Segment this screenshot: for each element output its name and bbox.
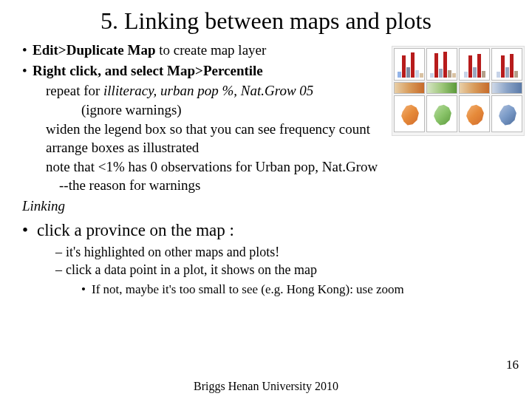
sub-reason-warnings: --the reason for warnings — [59, 176, 517, 195]
bullet-click-province: click a province on the map : — [22, 219, 517, 242]
thumb-map-4 — [491, 95, 522, 132]
text-create-layer: to create map layer — [156, 42, 267, 58]
thumb-legend-2 — [426, 82, 457, 94]
text-repeat-for: repeat for — [46, 83, 103, 98]
thumbnail-arrangement — [392, 46, 525, 136]
thumb-map-1 — [394, 95, 425, 132]
thumb-chart-2 — [426, 48, 457, 81]
bold-edit-duplicate: Edit>Duplicate Map — [33, 42, 156, 58]
bold-map-percentile: Right click, and select Map>Percentile — [33, 63, 263, 78]
dash-highlighted: it's highlighted on other maps and plots… — [55, 243, 517, 261]
heading-linking: Linking — [22, 197, 517, 216]
footer-text: Briggs Henan University 2010 — [0, 380, 532, 393]
thumb-chart-4 — [491, 48, 522, 81]
text-variables: illiteracy, urban pop %, Nat.Grow 05 — [103, 83, 313, 98]
thumb-legend-3 — [459, 82, 490, 94]
thumb-chart-3 — [459, 48, 490, 81]
thumb-legend-1 — [394, 82, 425, 94]
thumb-chart-1 — [394, 48, 425, 81]
thumb-map-2 — [426, 95, 457, 132]
page-number: 16 — [506, 358, 519, 372]
footer: Briggs Henan University 2010 — [0, 380, 532, 393]
thumb-map-3 — [459, 95, 490, 132]
slide-title: 5. Linking between maps and plots — [0, 7, 532, 35]
sub-note-observations: note that <1% has 0 observations for Urb… — [46, 157, 517, 177]
sub-arrange-boxes: arrange boxes as illustrated — [46, 138, 517, 157]
dash-data-point: click a data point in a plot, it shows o… — [55, 261, 517, 279]
bullet-zoom-note: If not, maybe it's too small to see (e.g… — [81, 282, 517, 299]
thumb-legend-4 — [491, 82, 522, 94]
